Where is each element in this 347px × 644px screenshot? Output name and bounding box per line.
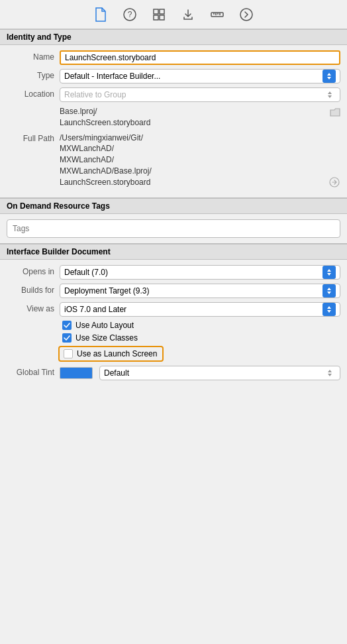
type-row: Type Default - Interface Builder... — [7, 69, 340, 83]
launch-screen-checkbox[interactable] — [64, 349, 73, 358]
grid-icon[interactable] — [151, 7, 167, 23]
builds-for-row: Builds for Deployment Target (9.3) — [7, 284, 340, 298]
builds-for-label: Builds for — [7, 284, 60, 295]
location-dropdown-arrow — [324, 89, 336, 101]
ruler-icon[interactable] — [209, 7, 225, 23]
full-path-label: Full Path — [7, 133, 60, 143]
opens-in-dropdown-text: Default (7.0) — [64, 268, 320, 277]
builds-for-dropdown[interactable]: Deployment Target (9.3) — [60, 284, 340, 298]
svg-rect-2 — [154, 9, 158, 14]
builds-for-dropdown-arrow — [322, 284, 336, 297]
type-value: Default - Interface Builder... — [60, 69, 340, 83]
view-as-value: iOS 7.0 and Later — [60, 302, 340, 317]
view-as-dropdown-arrow — [322, 303, 336, 316]
opens-in-value: Default (7.0) — [60, 265, 340, 280]
location-row: Location Relative to Group — [7, 87, 340, 102]
auto-layout-label: Use Auto Layout — [75, 321, 134, 330]
global-tint-row: Global Tint Default — [7, 366, 340, 380]
location-value: Relative to Group — [60, 87, 340, 102]
full-path-text: /Users/mingxianwei/Git/ MXWLanchAD/ MXWL… — [60, 133, 326, 188]
view-as-row: View as iOS 7.0 and Later — [7, 302, 340, 317]
file-path-row: Base.lproj/ LaunchScreen.storyboard — [7, 106, 340, 129]
svg-rect-4 — [154, 15, 158, 20]
svg-text:?: ? — [128, 10, 132, 19]
size-classes-checkbox[interactable] — [62, 333, 72, 343]
svg-rect-6 — [211, 13, 223, 17]
type-dropdown-text: Default - Interface Builder... — [64, 72, 320, 81]
type-dropdown-arrow — [322, 70, 336, 83]
file-path-content: Base.lproj/ LaunchScreen.storyboard — [60, 106, 340, 129]
svg-point-11 — [240, 9, 252, 21]
ib-section-header: Interface Builder Document — [0, 244, 347, 260]
global-tint-dropdown-text: Default — [104, 368, 321, 378]
launch-screen-outlined-row: Use as Launch Screen — [58, 346, 164, 362]
builds-for-dropdown-text: Deployment Target (9.3) — [64, 286, 320, 295]
global-tint-dropdown[interactable]: Default — [99, 366, 340, 380]
file-path-text: Base.lproj/ LaunchScreen.storyboard — [60, 106, 327, 129]
view-as-dropdown[interactable]: iOS 7.0 and Later — [60, 302, 340, 317]
type-dropdown[interactable]: Default - Interface Builder... — [60, 69, 340, 83]
location-placeholder: Relative to Group — [64, 90, 321, 99]
name-row: Name — [7, 50, 340, 65]
svg-rect-3 — [160, 9, 164, 14]
file-path-empty-label — [7, 106, 60, 107]
download-icon[interactable] — [180, 7, 196, 23]
folder-icon[interactable] — [330, 107, 340, 118]
file-icon[interactable] — [93, 7, 109, 23]
help-icon[interactable]: ? — [122, 7, 138, 23]
reveal-in-finder-icon[interactable] — [328, 176, 340, 188]
launch-screen-label: Use as Launch Screen — [77, 349, 157, 358]
toolbar: ? — [0, 0, 347, 29]
opens-in-dropdown[interactable]: Default (7.0) — [60, 265, 340, 280]
view-as-dropdown-text: iOS 7.0 and Later — [64, 305, 320, 314]
name-value — [60, 50, 340, 65]
location-dropdown[interactable]: Relative to Group — [60, 87, 340, 102]
opens-in-dropdown-arrow — [322, 266, 336, 279]
on-demand-section: On Demand Resource Tags — [0, 198, 347, 243]
identity-section: Identity and Type Name Type Default - In… — [0, 29, 347, 197]
opens-in-label: Opens in — [7, 265, 60, 276]
forward-icon[interactable] — [238, 7, 254, 23]
global-tint-value: Default — [60, 366, 340, 380]
tint-color-swatch[interactable] — [60, 367, 93, 379]
builds-for-value: Deployment Target (9.3) — [60, 284, 340, 298]
ib-section: Interface Builder Document Opens in Defa… — [0, 244, 347, 390]
on-demand-section-header: On Demand Resource Tags — [0, 198, 347, 214]
opens-in-row: Opens in Default (7.0) — [7, 265, 340, 280]
full-path-content: /Users/mingxianwei/Git/ MXWLanchAD/ MXWL… — [60, 133, 340, 188]
size-classes-row: Use Size Classes — [62, 333, 340, 343]
auto-layout-checkbox[interactable] — [62, 321, 72, 330]
identity-section-header: Identity and Type — [0, 29, 347, 45]
svg-rect-5 — [160, 15, 164, 20]
global-tint-dropdown-arrow — [324, 367, 336, 379]
full-path-row: Full Path /Users/mingxianwei/Git/ MXWLan… — [7, 133, 340, 188]
view-as-label: View as — [7, 302, 60, 313]
tags-input[interactable] — [7, 219, 340, 238]
name-input[interactable] — [60, 50, 340, 65]
name-label: Name — [7, 50, 60, 62]
global-tint-label: Global Tint — [7, 366, 60, 377]
type-label: Type — [7, 69, 60, 80]
location-label: Location — [7, 87, 60, 99]
auto-layout-row: Use Auto Layout — [62, 321, 340, 330]
size-classes-label: Use Size Classes — [75, 333, 138, 343]
